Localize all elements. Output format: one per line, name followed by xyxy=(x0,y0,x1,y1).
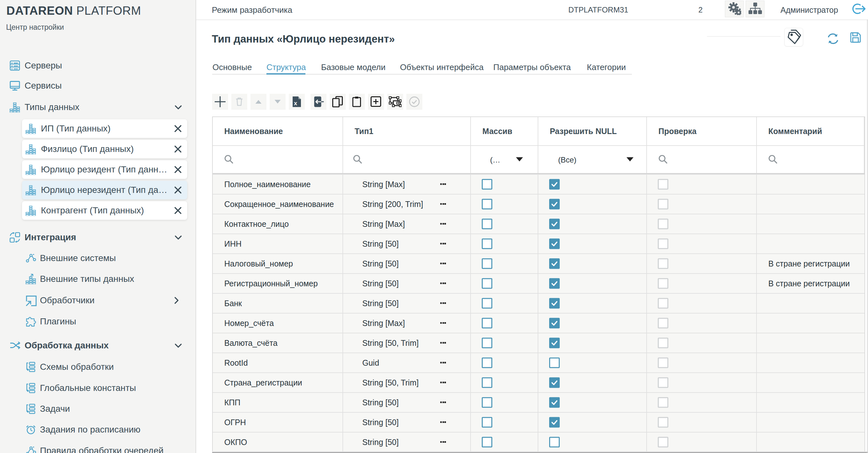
svg-text:x: x xyxy=(294,100,298,107)
